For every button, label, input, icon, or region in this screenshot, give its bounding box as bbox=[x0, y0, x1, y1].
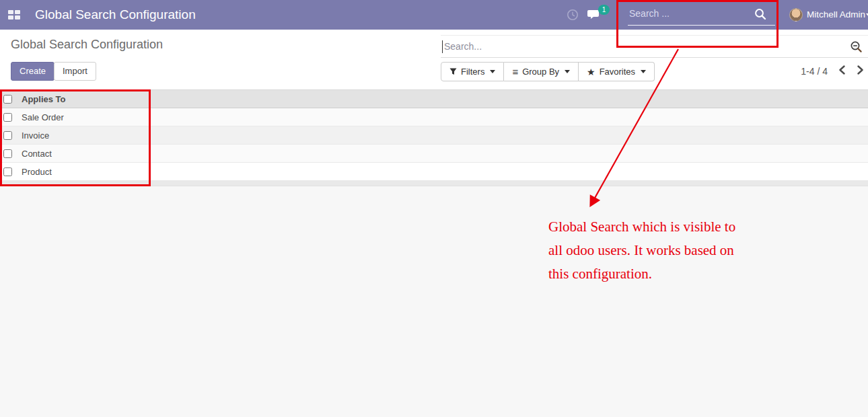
annotation-line: Global Search which is visible to bbox=[548, 215, 777, 239]
pager-next-icon[interactable] bbox=[857, 65, 864, 77]
import-button[interactable]: Import bbox=[54, 62, 96, 81]
create-button[interactable]: Create bbox=[11, 62, 55, 81]
group-by-icon: ≡ bbox=[512, 67, 518, 77]
global-search-input[interactable]: Search ... bbox=[628, 0, 775, 30]
select-all-checkbox-cell bbox=[0, 95, 19, 104]
text-cursor bbox=[442, 40, 443, 53]
annotation-line: this configuration. bbox=[548, 262, 777, 286]
row-checkbox[interactable] bbox=[3, 149, 12, 158]
global-search-underline bbox=[628, 25, 775, 26]
search-filter-buttons: Filters ≡ Group By ★ Favorites bbox=[441, 62, 655, 81]
row-checkbox-cell bbox=[0, 167, 19, 176]
pager: 1-4 / 4 bbox=[801, 62, 864, 81]
row-checkbox[interactable] bbox=[3, 131, 12, 140]
row-checkbox-cell bbox=[0, 113, 19, 122]
user-name-label: Mitchell Admin bbox=[807, 9, 865, 20]
pager-previous-icon[interactable] bbox=[838, 65, 846, 77]
table-row[interactable]: Invoice bbox=[0, 126, 868, 145]
row-label: Contact bbox=[19, 149, 52, 159]
table-footer-strip bbox=[0, 181, 868, 186]
favorites-caret-icon bbox=[641, 70, 646, 73]
row-checkbox[interactable] bbox=[3, 167, 12, 176]
control-panel: Global Search Configuration Search... Cr… bbox=[0, 30, 868, 89]
group-by-button[interactable]: ≡ Group By bbox=[504, 62, 579, 81]
activities-clock-icon[interactable] bbox=[567, 9, 579, 24]
list-search-input[interactable]: Search... bbox=[441, 35, 868, 58]
row-label: Product bbox=[19, 167, 52, 177]
top-navbar: Global Search Configuration 1 Search ...… bbox=[0, 0, 868, 30]
apps-menu-icon[interactable] bbox=[8, 10, 20, 20]
annotation-note: Global Search which is visible to all od… bbox=[548, 215, 777, 286]
row-checkbox[interactable] bbox=[3, 113, 12, 122]
search-icon[interactable] bbox=[754, 7, 767, 24]
list-search-placeholder: Search... bbox=[444, 36, 482, 57]
column-header-applies-to: Applies To bbox=[19, 94, 65, 104]
group-by-label: Group By bbox=[522, 63, 559, 81]
row-checkbox-cell bbox=[0, 131, 19, 140]
app-title: Global Search Configuration bbox=[35, 0, 196, 30]
filters-button[interactable]: Filters bbox=[441, 62, 504, 81]
user-avatar[interactable] bbox=[789, 8, 803, 22]
filters-label: Filters bbox=[461, 63, 484, 81]
table-row[interactable]: Sale Order bbox=[0, 108, 868, 126]
table-header-row: Applies To bbox=[0, 89, 868, 108]
records-list: Applies To Sale Order Invoice Contact Pr… bbox=[0, 89, 868, 186]
row-checkbox-cell bbox=[0, 149, 19, 158]
select-all-checkbox[interactable] bbox=[3, 95, 12, 104]
user-menu[interactable]: Mitchell Admin bbox=[807, 0, 865, 30]
favorites-label: Favorites bbox=[600, 63, 635, 81]
filter-funnel-icon bbox=[449, 68, 457, 75]
row-label: Invoice bbox=[19, 130, 49, 141]
message-count-badge: 1 bbox=[598, 5, 610, 15]
pager-range: 1-4 / 4 bbox=[801, 66, 828, 77]
search-minus-icon[interactable] bbox=[850, 40, 863, 56]
breadcrumb-page-title: Global Search Configuration bbox=[11, 38, 163, 52]
global-search-placeholder: Search ... bbox=[629, 8, 670, 19]
annotation-line: all odoo users. It works based on bbox=[548, 239, 777, 262]
table-row[interactable]: Product bbox=[0, 163, 868, 181]
table-row[interactable]: Contact bbox=[0, 145, 868, 163]
row-label: Sale Order bbox=[19, 112, 64, 122]
group-by-caret-icon bbox=[565, 70, 570, 73]
favorites-star-icon: ★ bbox=[587, 67, 595, 77]
favorites-button[interactable]: ★ Favorites bbox=[579, 62, 655, 81]
filters-caret-icon bbox=[490, 70, 495, 73]
